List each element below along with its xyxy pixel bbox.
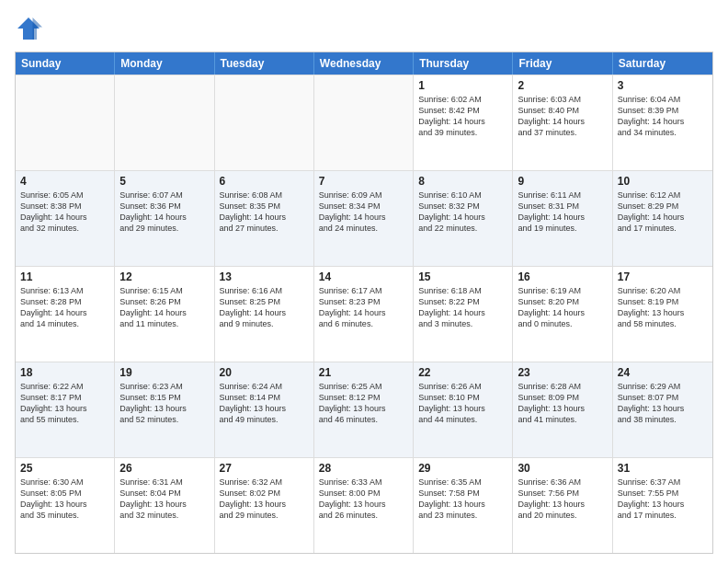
cell-text: Sunrise: 6:20 AM Sunset: 8:19 PM Dayligh… bbox=[618, 285, 708, 330]
day-number: 25 bbox=[20, 462, 109, 475]
day-number: 22 bbox=[418, 366, 507, 379]
cell-text: Sunrise: 6:15 AM Sunset: 8:26 PM Dayligh… bbox=[119, 285, 209, 330]
calendar-cell bbox=[215, 75, 314, 170]
cell-text: Sunrise: 6:08 AM Sunset: 8:35 PM Dayligh… bbox=[220, 190, 309, 235]
cell-text: Sunrise: 6:29 AM Sunset: 8:07 PM Dayligh… bbox=[618, 381, 708, 426]
logo bbox=[15, 15, 46, 42]
calendar-cell: 21Sunrise: 6:25 AM Sunset: 8:12 PM Dayli… bbox=[314, 362, 414, 457]
cell-text: Sunrise: 6:24 AM Sunset: 8:14 PM Dayligh… bbox=[220, 381, 309, 426]
cell-text: Sunrise: 6:09 AM Sunset: 8:34 PM Dayligh… bbox=[319, 190, 408, 235]
calendar-row-1: 1Sunrise: 6:02 AM Sunset: 8:42 PM Daylig… bbox=[16, 75, 712, 170]
calendar-cell: 1Sunrise: 6:02 AM Sunset: 8:42 PM Daylig… bbox=[414, 75, 513, 170]
cell-text: Sunrise: 6:35 AM Sunset: 7:58 PM Dayligh… bbox=[418, 477, 507, 522]
calendar-cell: 19Sunrise: 6:23 AM Sunset: 8:15 PM Dayli… bbox=[115, 362, 214, 457]
header-cell-wednesday: Wednesday bbox=[314, 52, 414, 75]
day-number: 17 bbox=[618, 270, 708, 283]
day-number: 2 bbox=[518, 79, 607, 92]
cell-text: Sunrise: 6:37 AM Sunset: 7:55 PM Dayligh… bbox=[618, 477, 708, 522]
day-number: 16 bbox=[518, 270, 607, 283]
calendar-cell: 31Sunrise: 6:37 AM Sunset: 7:55 PM Dayli… bbox=[613, 458, 712, 553]
day-number: 11 bbox=[20, 270, 109, 283]
cell-text: Sunrise: 6:18 AM Sunset: 8:22 PM Dayligh… bbox=[418, 285, 507, 330]
calendar-cell: 25Sunrise: 6:30 AM Sunset: 8:05 PM Dayli… bbox=[16, 458, 115, 553]
cell-text: Sunrise: 6:36 AM Sunset: 7:56 PM Dayligh… bbox=[518, 477, 607, 522]
cell-text: Sunrise: 6:12 AM Sunset: 8:29 PM Dayligh… bbox=[618, 190, 708, 235]
day-number: 12 bbox=[119, 270, 209, 283]
day-number: 28 bbox=[319, 462, 408, 475]
logo-icon bbox=[15, 15, 42, 42]
day-number: 5 bbox=[119, 175, 209, 188]
cell-text: Sunrise: 6:33 AM Sunset: 8:00 PM Dayligh… bbox=[319, 477, 408, 522]
calendar-cell bbox=[115, 75, 214, 170]
day-number: 21 bbox=[319, 366, 408, 379]
calendar-cell: 14Sunrise: 6:17 AM Sunset: 8:23 PM Dayli… bbox=[314, 267, 414, 362]
header-cell-friday: Friday bbox=[513, 52, 612, 75]
day-number: 1 bbox=[418, 79, 507, 92]
day-number: 27 bbox=[220, 462, 309, 475]
calendar-row-3: 11Sunrise: 6:13 AM Sunset: 8:28 PM Dayli… bbox=[16, 266, 712, 362]
calendar-row-2: 4Sunrise: 6:05 AM Sunset: 8:38 PM Daylig… bbox=[16, 170, 712, 266]
cell-text: Sunrise: 6:32 AM Sunset: 8:02 PM Dayligh… bbox=[220, 477, 309, 522]
calendar-cell: 4Sunrise: 6:05 AM Sunset: 8:38 PM Daylig… bbox=[16, 171, 115, 266]
calendar-cell: 20Sunrise: 6:24 AM Sunset: 8:14 PM Dayli… bbox=[215, 362, 314, 457]
calendar: SundayMondayTuesdayWednesdayThursdayFrid… bbox=[15, 52, 713, 554]
calendar-cell: 18Sunrise: 6:22 AM Sunset: 8:17 PM Dayli… bbox=[16, 362, 115, 457]
calendar-cell: 11Sunrise: 6:13 AM Sunset: 8:28 PM Dayli… bbox=[16, 267, 115, 362]
day-number: 23 bbox=[518, 366, 607, 379]
cell-text: Sunrise: 6:02 AM Sunset: 8:42 PM Dayligh… bbox=[418, 94, 507, 139]
calendar-cell: 8Sunrise: 6:10 AM Sunset: 8:32 PM Daylig… bbox=[414, 171, 513, 266]
cell-text: Sunrise: 6:11 AM Sunset: 8:31 PM Dayligh… bbox=[518, 190, 607, 235]
day-number: 3 bbox=[618, 79, 708, 92]
day-number: 10 bbox=[618, 175, 708, 188]
cell-text: Sunrise: 6:31 AM Sunset: 8:04 PM Dayligh… bbox=[119, 477, 209, 522]
cell-text: Sunrise: 6:03 AM Sunset: 8:40 PM Dayligh… bbox=[518, 94, 607, 139]
cell-text: Sunrise: 6:17 AM Sunset: 8:23 PM Dayligh… bbox=[319, 285, 408, 330]
day-number: 15 bbox=[418, 270, 507, 283]
calendar-header: SundayMondayTuesdayWednesdayThursdayFrid… bbox=[16, 52, 712, 75]
page: SundayMondayTuesdayWednesdayThursdayFrid… bbox=[0, 0, 728, 563]
cell-text: Sunrise: 6:16 AM Sunset: 8:25 PM Dayligh… bbox=[220, 285, 309, 330]
header-cell-sunday: Sunday bbox=[16, 52, 115, 75]
day-number: 19 bbox=[119, 366, 209, 379]
calendar-body: 1Sunrise: 6:02 AM Sunset: 8:42 PM Daylig… bbox=[16, 75, 712, 553]
calendar-cell: 24Sunrise: 6:29 AM Sunset: 8:07 PM Dayli… bbox=[613, 362, 712, 457]
calendar-cell: 7Sunrise: 6:09 AM Sunset: 8:34 PM Daylig… bbox=[314, 171, 414, 266]
calendar-cell: 30Sunrise: 6:36 AM Sunset: 7:56 PM Dayli… bbox=[513, 458, 612, 553]
cell-text: Sunrise: 6:28 AM Sunset: 8:09 PM Dayligh… bbox=[518, 381, 607, 426]
header bbox=[15, 15, 713, 42]
calendar-row-4: 18Sunrise: 6:22 AM Sunset: 8:17 PM Dayli… bbox=[16, 362, 712, 457]
day-number: 7 bbox=[319, 175, 408, 188]
calendar-cell: 6Sunrise: 6:08 AM Sunset: 8:35 PM Daylig… bbox=[215, 171, 314, 266]
calendar-cell: 3Sunrise: 6:04 AM Sunset: 8:39 PM Daylig… bbox=[613, 75, 712, 170]
day-number: 4 bbox=[20, 175, 109, 188]
day-number: 24 bbox=[618, 366, 708, 379]
calendar-cell: 22Sunrise: 6:26 AM Sunset: 8:10 PM Dayli… bbox=[414, 362, 513, 457]
header-cell-monday: Monday bbox=[115, 52, 214, 75]
calendar-cell bbox=[314, 75, 414, 170]
calendar-cell: 2Sunrise: 6:03 AM Sunset: 8:40 PM Daylig… bbox=[513, 75, 612, 170]
calendar-cell: 15Sunrise: 6:18 AM Sunset: 8:22 PM Dayli… bbox=[414, 267, 513, 362]
day-number: 30 bbox=[518, 462, 607, 475]
day-number: 13 bbox=[220, 270, 309, 283]
cell-text: Sunrise: 6:07 AM Sunset: 8:36 PM Dayligh… bbox=[119, 190, 209, 235]
calendar-cell: 5Sunrise: 6:07 AM Sunset: 8:36 PM Daylig… bbox=[115, 171, 214, 266]
calendar-cell: 12Sunrise: 6:15 AM Sunset: 8:26 PM Dayli… bbox=[115, 267, 214, 362]
calendar-cell: 28Sunrise: 6:33 AM Sunset: 8:00 PM Dayli… bbox=[314, 458, 414, 553]
day-number: 20 bbox=[220, 366, 309, 379]
calendar-cell: 17Sunrise: 6:20 AM Sunset: 8:19 PM Dayli… bbox=[613, 267, 712, 362]
day-number: 29 bbox=[418, 462, 507, 475]
cell-text: Sunrise: 6:05 AM Sunset: 8:38 PM Dayligh… bbox=[20, 190, 109, 235]
calendar-cell: 10Sunrise: 6:12 AM Sunset: 8:29 PM Dayli… bbox=[613, 171, 712, 266]
day-number: 9 bbox=[518, 175, 607, 188]
day-number: 26 bbox=[119, 462, 209, 475]
header-cell-thursday: Thursday bbox=[414, 52, 513, 75]
calendar-cell bbox=[16, 75, 115, 170]
cell-text: Sunrise: 6:22 AM Sunset: 8:17 PM Dayligh… bbox=[20, 381, 109, 426]
cell-text: Sunrise: 6:25 AM Sunset: 8:12 PM Dayligh… bbox=[319, 381, 408, 426]
cell-text: Sunrise: 6:23 AM Sunset: 8:15 PM Dayligh… bbox=[119, 381, 209, 426]
cell-text: Sunrise: 6:26 AM Sunset: 8:10 PM Dayligh… bbox=[418, 381, 507, 426]
cell-text: Sunrise: 6:04 AM Sunset: 8:39 PM Dayligh… bbox=[618, 94, 708, 139]
header-cell-tuesday: Tuesday bbox=[215, 52, 314, 75]
cell-text: Sunrise: 6:10 AM Sunset: 8:32 PM Dayligh… bbox=[418, 190, 507, 235]
calendar-cell: 27Sunrise: 6:32 AM Sunset: 8:02 PM Dayli… bbox=[215, 458, 314, 553]
